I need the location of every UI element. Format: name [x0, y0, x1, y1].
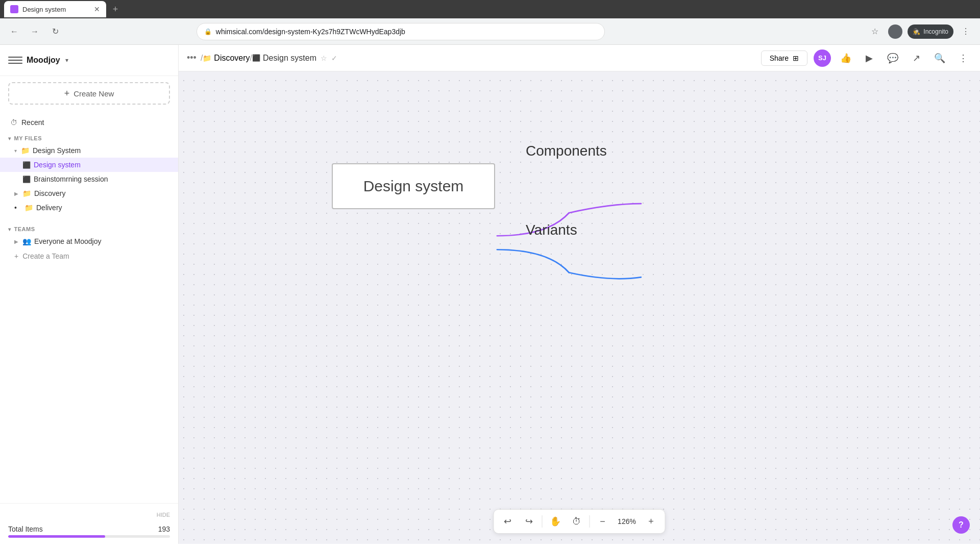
nav-bar: ← → ↻ 🔒 whimsical.com/design-system-Ky2s… — [0, 18, 980, 45]
breadcrumb-file[interactable]: ⬛ Design system — [252, 54, 316, 63]
hamburger-line — [8, 60, 22, 61]
history-button[interactable]: ⏱ — [568, 513, 585, 530]
sidebar-header: Moodjoy ▾ — [0, 45, 178, 76]
plus-icon: + — [64, 88, 70, 99]
lock-icon: 🔒 — [204, 28, 212, 35]
canvas-content: Design system Components Variants — [179, 71, 980, 544]
team-icon: 👥 — [22, 237, 31, 245]
bottom-toolbar: ↩ ↪ ✋ ⏱ − 126% + — [494, 509, 666, 534]
variants-node[interactable]: Variants — [526, 222, 577, 238]
share-icon: ⊞ — [793, 54, 799, 62]
teams-label: TEAMS — [14, 226, 35, 232]
pan-tool-button[interactable]: ✋ — [547, 513, 564, 530]
sidebar-item-discovery-folder[interactable]: ▶ 📁 Discovery — [0, 186, 178, 201]
canvas-area[interactable]: ••• / 📁 Discovery / ⬛ Design system ☆ ✓ — [179, 45, 980, 544]
present-button[interactable]: ▶ — [861, 49, 878, 67]
my-files-section-header[interactable]: ▾ MY FILES — [0, 130, 178, 143]
sidebar-item-brainstorming[interactable]: ⬛ Brainstomrning session — [0, 172, 178, 186]
avatar-initials: SJ — [818, 54, 826, 62]
sidebar-item-everyone-team[interactable]: ▶ 👥 Everyone at Moodjoy — [0, 234, 178, 248]
forward-button[interactable]: → — [27, 23, 43, 40]
breadcrumb-folder[interactable]: 📁 Discovery — [203, 54, 250, 63]
file-icon: ⬛ — [22, 161, 31, 169]
chevron-right-icon: ▶ — [14, 191, 18, 196]
recent-nav-item[interactable]: ⏱ Recent — [0, 115, 178, 130]
progress-fill — [8, 535, 105, 538]
check-icon[interactable]: ✓ — [331, 54, 337, 62]
file-type-icon: ⬛ — [252, 54, 260, 62]
undo-button[interactable]: ↩ — [499, 513, 517, 530]
tab-favicon — [10, 5, 18, 13]
tab-close-button[interactable]: ✕ — [94, 5, 100, 13]
canvas-svg — [179, 98, 980, 544]
toolbar-separator — [542, 515, 543, 528]
folder-icon: 📁 — [21, 146, 30, 155]
top-bar-right: Share ⊞ SJ 👍 ▶ 💬 ↗ 🔍 ⋮ — [761, 49, 972, 67]
sidebar-item-design-system-folder[interactable]: ▾ 📁 Design System — [0, 143, 178, 158]
toolbar-separator — [590, 515, 590, 528]
total-items-count: 193 — [158, 525, 170, 533]
address-bar[interactable]: 🔒 whimsical.com/design-system-Ky2s7h9ZTW… — [197, 23, 605, 40]
share-link-button[interactable]: ↗ — [908, 49, 925, 67]
more-button[interactable]: ⋮ — [954, 49, 972, 67]
help-button[interactable]: ? — [952, 516, 970, 534]
create-team-label: Create a Team — [22, 252, 69, 260]
search-button[interactable]: 🔍 — [931, 49, 948, 67]
new-tab-button[interactable]: + — [108, 2, 122, 16]
folder-name: Delivery — [36, 204, 62, 212]
like-button[interactable]: 👍 — [837, 49, 854, 67]
main-area: ⊞ ▾ ⋯ ↪ T — [179, 45, 980, 544]
create-new-button[interactable]: + Create New — [8, 82, 170, 105]
refresh-button[interactable]: ↻ — [47, 23, 63, 40]
active-tab[interactable]: Design system ✕ — [4, 1, 106, 17]
section-chevron-icon: ▾ — [8, 227, 11, 232]
profile-button[interactable] — [887, 23, 903, 40]
sidebar-item-design-system-file[interactable]: ⬛ Design system — [0, 158, 178, 172]
teams-section-header[interactable]: ▾ TEAMS — [0, 221, 178, 234]
file-icon: ⬛ — [22, 176, 31, 183]
more-options-button[interactable]: ••• — [187, 53, 197, 63]
sidebar-toggle-button[interactable] — [8, 53, 22, 67]
browser-tab-bar: Design system ✕ + — [0, 0, 980, 18]
zoom-out-button[interactable]: − — [594, 513, 611, 530]
breadcrumb-folder-name: Discovery — [214, 54, 250, 63]
chevron-right-icon: ▶ — [14, 239, 18, 244]
recent-label: Recent — [21, 118, 44, 127]
sidebar: Moodjoy ▾ + Create New ⏱ Recent ▾ MY FIL… — [0, 45, 179, 544]
components-node[interactable]: Components — [526, 143, 607, 159]
my-files-label: MY FILES — [14, 135, 42, 141]
workspace-chevron-icon[interactable]: ▾ — [65, 57, 68, 64]
star-icon[interactable]: ☆ — [321, 54, 327, 62]
zoom-level-display: 126% — [616, 517, 639, 525]
back-button[interactable]: ← — [6, 23, 22, 40]
comment-button[interactable]: 💬 — [884, 49, 901, 67]
menu-button[interactable]: ⋮ — [958, 23, 974, 40]
sidebar-footer: HIDE Total Items 193 — [0, 503, 178, 544]
sidebar-nav: ⏱ Recent ▾ MY FILES ▾ 📁 Design System ⬛ … — [0, 111, 178, 503]
top-bar: ••• / 📁 Discovery / ⬛ Design system ☆ ✓ — [179, 45, 980, 71]
share-button[interactable]: Share ⊞ — [761, 51, 807, 66]
sidebar-item-delivery-folder[interactable]: • 📁 Delivery — [0, 201, 178, 215]
user-avatar-button[interactable]: SJ — [814, 49, 831, 67]
hide-button[interactable]: HIDE — [157, 512, 170, 518]
hamburger-line — [8, 63, 22, 64]
app-container: Moodjoy ▾ + Create New ⏱ Recent ▾ MY FIL… — [0, 45, 980, 544]
file-name: Design system — [34, 161, 81, 169]
clock-icon: ⏱ — [10, 118, 17, 127]
design-system-node[interactable]: Design system — [332, 163, 495, 209]
incognito-button[interactable]: 🕵️ Incognito — [908, 24, 953, 39]
bookmark-button[interactable]: ☆ — [867, 23, 883, 40]
help-label: ? — [959, 520, 964, 530]
total-items-row: Total Items 193 — [8, 521, 170, 535]
zoom-in-button[interactable]: + — [643, 513, 660, 530]
create-team-button[interactable]: + Create a Team — [0, 248, 178, 264]
hamburger-line — [8, 57, 22, 58]
spacer: • — [14, 204, 21, 212]
section-chevron-icon: ▾ — [8, 136, 11, 141]
components-label: Components — [526, 143, 607, 159]
incognito-label: Incognito — [923, 28, 948, 35]
folder-icon: 📁 — [203, 54, 211, 62]
share-label: Share — [770, 54, 789, 62]
incognito-icon: 🕵️ — [913, 28, 920, 35]
redo-button[interactable]: ↪ — [521, 513, 538, 530]
